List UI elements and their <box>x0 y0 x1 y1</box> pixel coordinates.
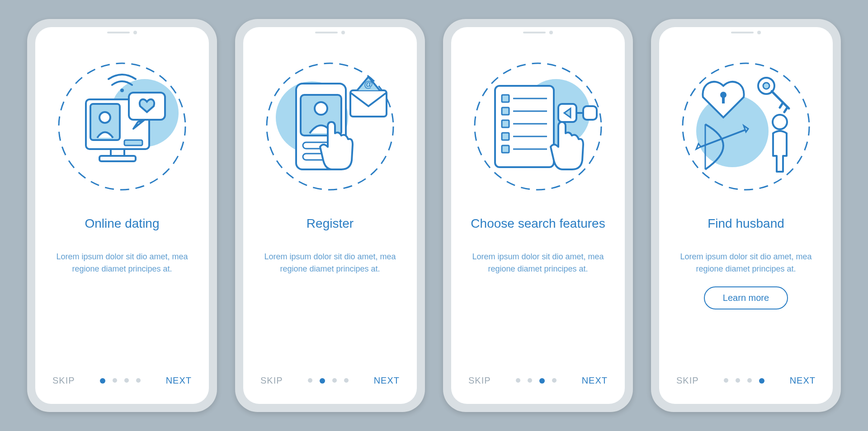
search-features-illustration <box>470 59 606 194</box>
screen-title: Online dating <box>85 208 159 239</box>
next-button[interactable]: NEXT <box>374 375 400 386</box>
svg-rect-24 <box>502 108 509 115</box>
page-dot <box>516 378 520 383</box>
skip-button[interactable]: SKIP <box>676 375 699 386</box>
phone-frame: Find husband Lorem ipsum dolor sit dio a… <box>651 19 841 412</box>
svg-rect-30 <box>502 145 509 153</box>
svg-rect-8 <box>99 156 136 161</box>
screen-title: Register <box>307 208 354 239</box>
page-dot <box>100 378 105 384</box>
svg-rect-26 <box>502 120 509 127</box>
onboarding-screen-4: Find husband Lorem ipsum dolor sit dio a… <box>659 27 833 404</box>
phone-notch <box>731 31 761 34</box>
onboarding-screen-1: Online dating Lorem ipsum dolor sit dio … <box>35 27 209 404</box>
svg-point-14 <box>315 102 327 115</box>
screen-title: Find husband <box>708 208 784 239</box>
svg-rect-17 <box>350 90 387 117</box>
page-dot <box>320 378 325 384</box>
register-illustration: @ <box>262 59 398 194</box>
page-dot <box>136 378 141 383</box>
phone-frame: Online dating Lorem ipsum dolor sit dio … <box>27 19 217 412</box>
page-dot <box>724 378 728 383</box>
svg-point-46 <box>773 115 787 129</box>
svg-rect-38 <box>722 97 725 103</box>
phone-frame: @ Register Lorem ipsum dolor sit dio ame… <box>235 19 425 412</box>
page-dot <box>344 378 349 383</box>
page-dot <box>308 378 312 383</box>
page-dot <box>113 378 117 383</box>
svg-point-5 <box>99 112 110 123</box>
onboarding-screen-2: @ Register Lorem ipsum dolor sit dio ame… <box>243 27 417 404</box>
online-dating-illustration <box>54 59 190 194</box>
screen-title: Choose search features <box>471 208 605 239</box>
page-indicator <box>100 378 141 384</box>
svg-point-40 <box>763 83 769 89</box>
screen-description: Lorem ipsum dolor sit dio amet, mea regi… <box>465 251 611 375</box>
svg-line-42 <box>780 103 783 108</box>
page-dot <box>332 378 337 383</box>
page-dot <box>539 378 545 384</box>
onboarding-footer: SKIP NEXT <box>49 375 195 390</box>
page-dot <box>736 378 740 383</box>
page-dot <box>747 378 752 383</box>
screen-description: Lorem ipsum dolor sit dio amet, mea regi… <box>257 251 403 375</box>
svg-text:@: @ <box>364 79 373 89</box>
phone-notch <box>315 31 345 34</box>
learn-more-button[interactable]: Learn more <box>704 286 788 309</box>
page-dot <box>528 378 532 383</box>
page-indicator <box>308 378 349 384</box>
phone-notch <box>107 31 137 34</box>
next-button[interactable]: NEXT <box>166 375 192 386</box>
next-button[interactable]: NEXT <box>582 375 608 386</box>
page-dot <box>759 378 764 384</box>
svg-rect-22 <box>502 95 509 102</box>
svg-rect-28 <box>502 133 509 140</box>
screen-description: Lorem ipsum dolor sit dio amet, mea regi… <box>49 251 195 375</box>
svg-line-43 <box>784 107 788 112</box>
onboarding-footer: SKIP NEXT <box>465 375 611 390</box>
svg-rect-6 <box>124 140 142 145</box>
page-indicator <box>516 378 557 384</box>
onboarding-footer: SKIP NEXT <box>257 375 403 390</box>
onboarding-footer: SKIP NEXT <box>673 375 819 390</box>
phone-frame: Choose search features Lorem ipsum dolor… <box>443 19 633 412</box>
svg-point-2 <box>120 89 124 92</box>
skip-button[interactable]: SKIP <box>260 375 283 386</box>
onboarding-screen-3: Choose search features Lorem ipsum dolor… <box>451 27 625 404</box>
next-button[interactable]: NEXT <box>790 375 816 386</box>
svg-rect-7 <box>111 149 124 156</box>
page-dot <box>124 378 129 383</box>
svg-point-37 <box>720 92 726 98</box>
skip-button[interactable]: SKIP <box>468 375 491 386</box>
phone-notch <box>523 31 553 34</box>
find-husband-illustration <box>678 59 814 194</box>
page-dot <box>552 378 557 383</box>
screen-description: Lorem ipsum dolor sit dio amet, mea regi… <box>673 251 819 275</box>
svg-rect-34 <box>583 106 597 120</box>
skip-button[interactable]: SKIP <box>52 375 75 386</box>
page-indicator <box>724 378 764 384</box>
